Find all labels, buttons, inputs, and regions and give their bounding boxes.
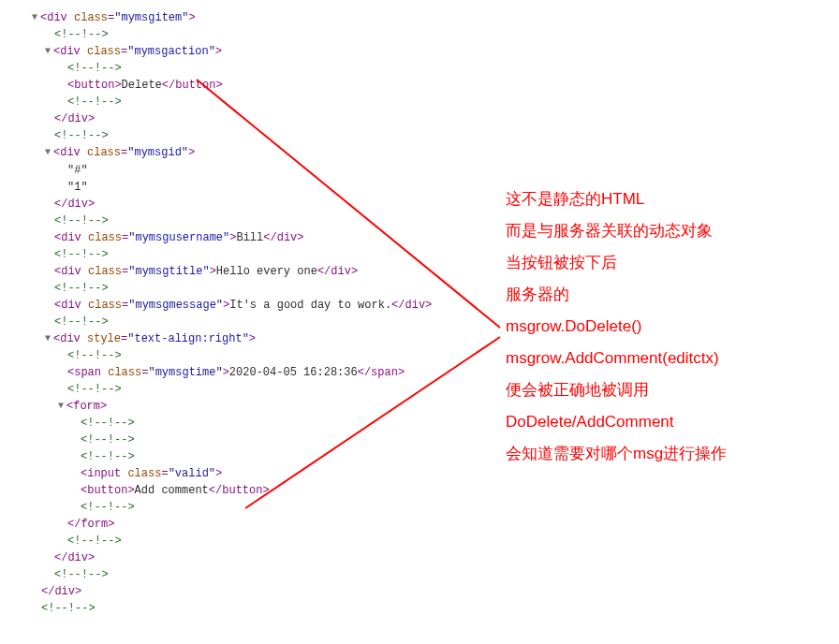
tree-row[interactable]: <!--!--> (4, 499, 835, 516)
tree-row[interactable]: <!--!--> (4, 60, 835, 77)
comment-node: <!--!--> (54, 315, 109, 329)
annotation-line: 当按钮被按下后 (506, 247, 727, 279)
text-node: It's a good day to work. (229, 299, 391, 312)
comment-node: <!--!--> (54, 282, 109, 295)
caret-down-icon[interactable]: ▼ (56, 398, 66, 415)
comment-node: <!--!--> (41, 602, 96, 615)
tree-row[interactable]: <!--!--> (4, 600, 835, 617)
annotation-line: 而是与服务器关联的动态对象 (506, 215, 727, 247)
comment-node: <!--!--> (54, 28, 109, 41)
comment-node: <!--!--> (67, 383, 122, 396)
text-node: 2020-04-05 16:28:36 (229, 366, 358, 379)
text-node: "1" (67, 181, 88, 194)
comment-node: <!--!--> (54, 214, 109, 227)
tree-row[interactable]: <!--!--> (4, 26, 835, 43)
tree-row[interactable]: <button>Delete</button> (4, 77, 835, 94)
annotation-line: DoDelete/AddComment (506, 406, 727, 438)
tree-row[interactable]: <!--!--> (4, 533, 835, 549)
tree-row[interactable]: ▼<div class="mymsgitem"> (4, 9, 835, 26)
comment-node: <!--!--> (81, 417, 135, 430)
comment-node: <!--!--> (54, 568, 109, 581)
tree-row[interactable]: </form> (4, 516, 835, 533)
annotation-line: 服务器的 (506, 279, 727, 311)
text-node: Bill (236, 231, 263, 244)
delete-button-text: Delete (122, 79, 162, 92)
tree-row[interactable]: <!--!--> (4, 566, 835, 583)
annotation-block: 这不是静态的HTML 而是与服务器关联的动态对象 当按钮被按下后 服务器的 ms… (506, 183, 727, 470)
comment-node: <!--!--> (67, 62, 122, 75)
add-comment-button-text: Add comment (135, 484, 209, 497)
comment-node: <!--!--> (67, 95, 122, 109)
tree-row[interactable]: </div> (4, 549, 835, 566)
caret-down-icon[interactable]: ▼ (30, 9, 39, 26)
caret-down-icon[interactable]: ▼ (43, 43, 52, 60)
comment-node: <!--!--> (81, 501, 135, 514)
caret-down-icon[interactable]: ▼ (43, 330, 52, 347)
annotation-line: 会知道需要对哪个msg进行操作 (506, 438, 727, 470)
annotation-line: msgrow.AddComment(editctx) (506, 343, 727, 374)
text-node: "#" (67, 164, 88, 177)
text-node: Hello every one (216, 265, 317, 278)
tree-row[interactable]: <!--!--> (4, 127, 835, 144)
tree-row[interactable]: ▼<div class="mymsgid"> (4, 144, 835, 161)
comment-node: <!--!--> (54, 248, 109, 261)
tree-row[interactable]: <button>Add comment</button> (4, 482, 835, 499)
comment-node: <!--!--> (54, 129, 109, 142)
annotation-line: 便会被正确地被调用 (506, 374, 727, 406)
tree-row[interactable]: ▼<div class="mymsgaction"> (4, 43, 835, 60)
annotation-line: msgrow.DoDelete() (506, 311, 727, 343)
comment-node: <!--!--> (67, 349, 122, 362)
tree-row[interactable]: "#" (4, 162, 835, 179)
annotation-line: 这不是静态的HTML (506, 183, 727, 215)
comment-node: <!--!--> (81, 450, 135, 463)
comment-node: <!--!--> (81, 433, 135, 446)
comment-node: <!--!--> (67, 534, 122, 548)
tree-row[interactable]: <!--!--> (4, 94, 835, 110)
tree-row[interactable]: </div> (4, 583, 835, 600)
caret-down-icon[interactable]: ▼ (43, 144, 52, 161)
tree-row[interactable]: </div> (4, 110, 835, 127)
